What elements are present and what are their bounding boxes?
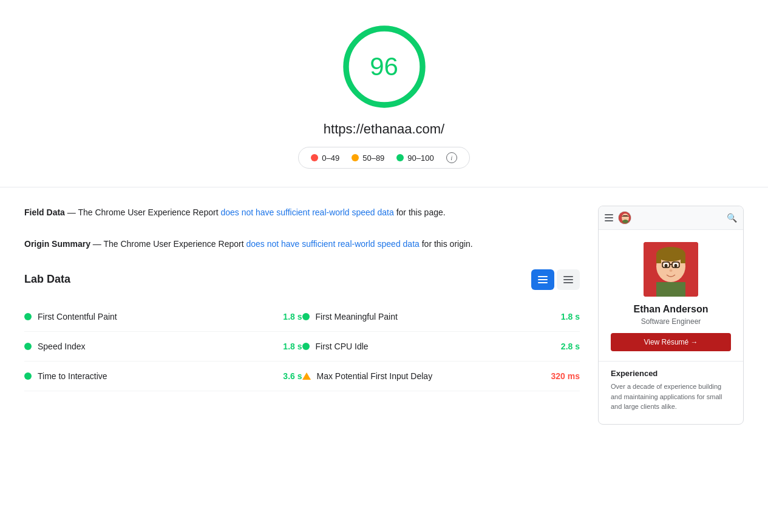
svg-point-4	[622, 220, 628, 223]
hamburger-line-1	[605, 214, 613, 215]
svg-rect-6	[622, 216, 629, 217]
view-resume-button[interactable]: View Résumé →	[611, 333, 731, 351]
grid-icon	[538, 276, 548, 283]
field-data-section: Field Data — The Chrome User Experience …	[24, 206, 580, 219]
metric-max-fid: Max Potential First Input Delay 320 ms	[302, 362, 580, 391]
metric-value-si: 1.8 s	[283, 342, 302, 351]
right-panel: 🔍	[598, 206, 744, 425]
browser-avatar	[618, 211, 631, 224]
search-icon[interactable]: 🔍	[727, 213, 737, 223]
list-line-2	[563, 279, 573, 280]
metric-dot-fci	[302, 343, 310, 350]
legend-label-red: 0–49	[322, 153, 339, 163]
hamburger-line-2	[605, 217, 613, 218]
field-data-label: Field Data	[24, 207, 65, 217]
list-line-3	[563, 282, 573, 283]
metric-time-to-interactive: Time to Interactive 3.6 s	[24, 362, 302, 391]
field-data-desc: — The Chrome User Experience Report	[65, 207, 221, 217]
grid-line-1	[538, 276, 548, 277]
metric-value-fmp: 1.8 s	[561, 312, 580, 322]
grid-view-button[interactable]	[531, 269, 554, 290]
experienced-text: Over a decade of experience building and…	[611, 382, 731, 412]
site-preview: 🔍	[598, 206, 744, 425]
metric-first-meaningful-paint: First Meaningful Paint 1.8 s	[302, 302, 580, 332]
metric-value-tti: 3.6 s	[283, 371, 302, 381]
origin-summary-suffix: for this origin.	[420, 239, 473, 249]
main-content: Field Data — The Chrome User Experience …	[0, 187, 768, 443]
list-icon	[563, 276, 573, 283]
experienced-section: Experienced Over a decade of experience …	[611, 369, 731, 412]
origin-summary-text: Origin Summary — The Chrome User Experie…	[24, 237, 580, 251]
site-content-divider	[599, 361, 743, 362]
legend-item-orange: 50–89	[352, 153, 384, 163]
score-circle: 96	[342, 24, 427, 109]
legend-label-green: 90–100	[407, 153, 433, 163]
svg-point-15	[675, 264, 678, 268]
metric-value-fci: 2.8 s	[561, 342, 580, 351]
origin-summary-label: Origin Summary	[24, 239, 90, 249]
hamburger-line-3	[605, 220, 613, 221]
metric-speed-index: Speed Index 1.8 s	[24, 332, 302, 362]
field-data-text: Field Data — The Chrome User Experience …	[24, 206, 580, 219]
metric-name-fci: First CPU Idle	[316, 342, 555, 351]
legend-item-green: 90–100	[396, 153, 433, 163]
field-data-link[interactable]: does not have sufficient real-world spee…	[220, 207, 393, 217]
svg-rect-20	[656, 282, 685, 297]
score-url: https://ethanaa.com/	[324, 121, 444, 137]
legend-label-orange: 50–89	[362, 153, 384, 163]
info-icon[interactable]: i	[446, 152, 457, 163]
metric-name-fcp: First Contentful Paint	[38, 312, 277, 322]
score-value: 96	[370, 52, 398, 81]
list-view-button[interactable]	[557, 269, 580, 290]
left-panel: Field Data — The Chrome User Experience …	[24, 206, 580, 425]
metric-dot-fcp	[24, 313, 32, 320]
legend-item-red: 0–49	[311, 153, 339, 163]
site-person-title: Software Engineer	[611, 317, 731, 326]
view-toggle	[531, 269, 580, 290]
red-dot	[311, 154, 318, 161]
hamburger-icon[interactable]	[605, 214, 613, 221]
lab-data-header: Lab Data	[24, 269, 580, 290]
metric-name-tti: Time to Interactive	[38, 371, 277, 381]
svg-rect-10	[656, 254, 661, 263]
metric-dot-tti	[24, 372, 32, 380]
list-line-1	[563, 276, 573, 277]
metric-first-cpu-idle: First CPU Idle 2.8 s	[302, 332, 580, 362]
site-avatar	[644, 242, 698, 297]
metric-name-fmp: First Meaningful Paint	[316, 312, 555, 322]
metric-dot-si	[24, 343, 32, 350]
svg-point-19	[670, 269, 673, 272]
metric-value-fid: 320 ms	[551, 371, 580, 381]
lab-data-title: Lab Data	[24, 273, 70, 286]
metrics-grid: First Contentful Paint 1.8 s First Meani…	[24, 302, 580, 391]
svg-rect-11	[681, 254, 685, 263]
origin-summary-link[interactable]: does not have sufficient real-world spee…	[246, 239, 419, 249]
experienced-heading: Experienced	[611, 369, 731, 378]
grid-line-3	[538, 282, 548, 283]
field-data-suffix: for this page.	[394, 207, 446, 217]
svg-point-14	[665, 264, 668, 268]
score-section: 96 https://ethanaa.com/ 0–49 50–89 90–10…	[0, 0, 768, 187]
origin-summary-section: Origin Summary — The Chrome User Experie…	[24, 237, 580, 251]
metric-first-contentful-paint: First Contentful Paint 1.8 s	[24, 302, 302, 332]
metric-triangle-fid	[302, 372, 311, 380]
metric-value-fcp: 1.8 s	[283, 312, 302, 322]
orange-dot	[352, 154, 359, 161]
score-legend: 0–49 50–89 90–100 i	[298, 147, 469, 169]
site-content: Ethan Anderson Software Engineer View Ré…	[599, 230, 743, 424]
origin-summary-desc: — The Chrome User Experience Report	[90, 239, 246, 249]
metric-name-fid: Max Potential First Input Delay	[317, 371, 545, 381]
green-dot	[396, 154, 404, 161]
metric-name-si: Speed Index	[38, 342, 277, 351]
metric-dot-fmp	[302, 313, 310, 320]
site-person-name: Ethan Anderson	[611, 304, 731, 315]
grid-line-2	[538, 279, 548, 280]
browser-bar: 🔍	[599, 206, 743, 230]
